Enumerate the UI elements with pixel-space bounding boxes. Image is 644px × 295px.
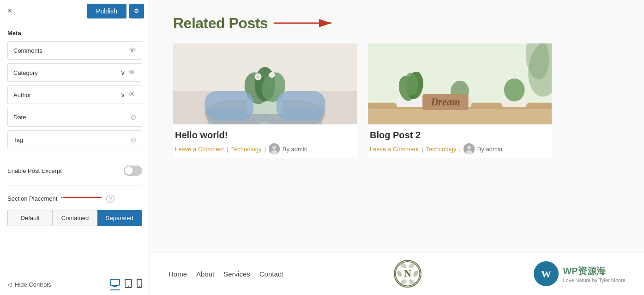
meta-row-author[interactable]: Author ∨ 👁 bbox=[7, 86, 142, 104]
date-label: Date bbox=[13, 114, 26, 121]
device-icons bbox=[110, 279, 142, 290]
post-meta-2: Leave a Comment | Technology | By admin bbox=[368, 143, 552, 158]
site-footer: Home About Services Contact N bbox=[150, 252, 644, 295]
footer-nav-home[interactable]: Home bbox=[169, 270, 187, 278]
hide-controls-button[interactable]: ◁ Hide Controls bbox=[7, 281, 51, 288]
related-posts-title: Related Posts bbox=[173, 15, 268, 32]
svg-point-7 bbox=[139, 286, 140, 287]
excerpt-row: Enable Post Excerpt bbox=[7, 163, 142, 178]
section-placement-arrow-icon bbox=[61, 192, 102, 205]
footer-nav-about[interactable]: About bbox=[196, 270, 214, 278]
related-posts-title-row: Related Posts bbox=[173, 14, 626, 32]
svg-point-5 bbox=[128, 286, 129, 287]
meta-row-comments[interactable]: Comments 👁 bbox=[7, 41, 142, 60]
svg-point-53 bbox=[413, 270, 420, 277]
tag-eye-slash-icon[interactable]: ⊘ bbox=[130, 135, 136, 144]
post-author-1: By admin bbox=[283, 146, 307, 153]
svg-rect-31 bbox=[368, 110, 552, 124]
meta-section-label: Meta bbox=[7, 30, 142, 37]
meta-row-tag[interactable]: Tag ⊘ bbox=[7, 130, 142, 149]
post-comment-link-2[interactable]: Leave a Comment bbox=[370, 146, 419, 153]
date-eye-slash-icon[interactable]: ⊘ bbox=[130, 113, 136, 122]
left-panel: × Publish ⚙ Meta Comments 👁 Category ∨ 👁… bbox=[0, 0, 150, 295]
divider-1 bbox=[7, 156, 142, 156]
category-label: Category bbox=[13, 69, 38, 76]
footer-nav-services[interactable]: Services bbox=[223, 270, 250, 278]
footer-logo: N bbox=[394, 260, 421, 288]
post-comment-link-1[interactable]: Leave a Comment bbox=[175, 146, 224, 153]
close-button[interactable]: × bbox=[6, 4, 14, 18]
svg-point-48 bbox=[467, 146, 471, 149]
post-sep-2: | bbox=[264, 146, 265, 153]
post-title-2: Blog Post 2 bbox=[368, 130, 552, 141]
author-eye-icon[interactable]: 👁 bbox=[129, 91, 136, 99]
post-card-2: Dream Blog Post 2 Leave a Comment | Tech… bbox=[368, 43, 552, 158]
settings-button[interactable]: ⚙ bbox=[129, 4, 144, 18]
svg-point-20 bbox=[256, 75, 259, 78]
panel-content: Meta Comments 👁 Category ∨ 👁 Author ∨ 👁 bbox=[0, 22, 150, 274]
section-placement-label: Section Placement bbox=[7, 195, 57, 202]
comments-icons: 👁 bbox=[129, 46, 136, 55]
placement-contained-button[interactable]: Contained bbox=[53, 210, 97, 226]
top-bar: × Publish ⚙ bbox=[0, 0, 150, 22]
author-avatar-2 bbox=[463, 143, 475, 154]
tag-icons: ⊘ bbox=[130, 135, 136, 144]
hide-controls-label: Hide Controls bbox=[15, 281, 51, 288]
hide-controls-arrow: ◁ bbox=[7, 281, 12, 288]
related-posts-arrow-icon bbox=[272, 14, 337, 32]
post-sep-3: | bbox=[421, 146, 423, 153]
excerpt-toggle[interactable] bbox=[124, 166, 142, 176]
right-content: Related Posts bbox=[150, 0, 644, 295]
author-avatar-1 bbox=[269, 143, 280, 154]
placement-default-button[interactable]: Default bbox=[7, 210, 53, 226]
post-author-2: By admin bbox=[477, 146, 502, 153]
svg-point-36 bbox=[404, 73, 418, 96]
desktop-icon[interactable] bbox=[110, 279, 120, 290]
svg-rect-1 bbox=[110, 279, 120, 285]
svg-point-22 bbox=[271, 74, 273, 76]
panel-footer: ◁ Hide Controls bbox=[0, 274, 150, 295]
meta-row-category[interactable]: Category ∨ 👁 bbox=[7, 63, 142, 82]
author-label: Author bbox=[13, 92, 31, 98]
section-placement-help-icon[interactable]: ? bbox=[106, 195, 114, 203]
posts-grid: Hello world! Leave a Comment | Technolog… bbox=[173, 43, 552, 158]
author-icons: ∨ 👁 bbox=[120, 91, 136, 99]
svg-text:N: N bbox=[404, 268, 412, 279]
main-area: Related Posts bbox=[150, 0, 644, 252]
post-meta-1: Leave a Comment | Technology | By admin bbox=[173, 143, 357, 158]
category-eye-icon[interactable]: 👁 bbox=[129, 68, 136, 77]
svg-rect-23 bbox=[205, 91, 253, 120]
tag-label: Tag bbox=[13, 136, 23, 143]
divider-2 bbox=[7, 185, 142, 185]
publish-button[interactable]: Publish bbox=[87, 4, 126, 18]
svg-text:Dream: Dream bbox=[430, 96, 460, 108]
post-image-1 bbox=[173, 43, 357, 124]
post-category-2[interactable]: Technology bbox=[426, 146, 457, 153]
footer-nav-contact[interactable]: Contact bbox=[259, 270, 283, 278]
category-chevron-icon[interactable]: ∨ bbox=[120, 69, 125, 76]
svg-text:W: W bbox=[541, 268, 551, 280]
placement-buttons: Default Contained Separated bbox=[7, 210, 142, 226]
svg-point-26 bbox=[272, 146, 276, 149]
watermark-area: W WP资源海 Love Nature by Tyler Moore bbox=[532, 260, 626, 288]
excerpt-label: Enable Post Excerpt bbox=[7, 167, 62, 174]
placement-separated-button[interactable]: Separated bbox=[97, 210, 142, 226]
meta-row-date[interactable]: Date ⊘ bbox=[7, 108, 142, 127]
footer-nav: Home About Services Contact bbox=[169, 270, 283, 278]
svg-rect-24 bbox=[277, 91, 325, 120]
date-icons: ⊘ bbox=[130, 113, 136, 122]
post-card-1: Hello world! Leave a Comment | Technolog… bbox=[173, 43, 357, 158]
tablet-icon[interactable] bbox=[125, 279, 132, 290]
publish-area: Publish ⚙ bbox=[87, 4, 144, 18]
svg-point-44 bbox=[504, 79, 525, 102]
svg-point-52 bbox=[397, 270, 403, 277]
wp-brand-sub: Love Nature by Tyler Moore bbox=[563, 277, 626, 283]
mobile-icon[interactable] bbox=[137, 279, 142, 290]
author-chevron-icon[interactable]: ∨ bbox=[120, 91, 125, 98]
comments-eye-icon[interactable]: 👁 bbox=[129, 46, 136, 55]
section-placement-row: Section Placement ? bbox=[7, 192, 142, 205]
post-sep-4: | bbox=[459, 146, 460, 153]
post-title-1: Hello world! bbox=[173, 130, 357, 141]
category-icons: ∨ 👁 bbox=[120, 68, 136, 77]
post-category-1[interactable]: Technology bbox=[231, 146, 262, 153]
